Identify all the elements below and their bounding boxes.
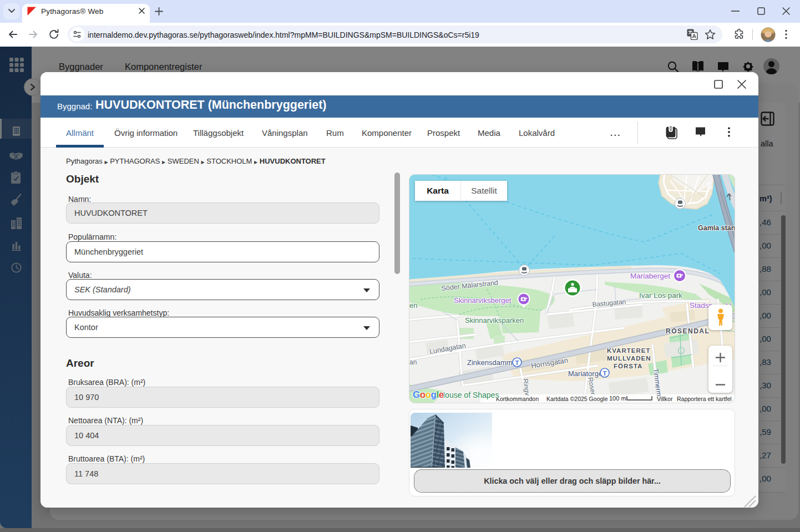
svg-text:Gamla stan: Gamla stan <box>698 224 735 232</box>
svg-text:T: T <box>602 370 606 377</box>
svg-text:Skinnarviksberget: Skinnarviksberget <box>454 296 512 305</box>
svg-text:Kortkommandon: Kortkommandon <box>496 396 539 402</box>
svg-text:Mariaberget: Mariaberget <box>630 272 670 280</box>
svg-text:MULLVADEN: MULLVADEN <box>607 355 651 362</box>
svg-text:100 m: 100 m <box>609 395 626 402</box>
svg-text:T: T <box>515 359 519 366</box>
svg-text:en: en <box>409 301 417 310</box>
svg-text:Rapportera ett kartfel: Rapportera ett kartfel <box>677 396 732 402</box>
svg-text:an: an <box>409 358 417 366</box>
svg-text:Zinkensdamm: Zinkensdamm <box>467 358 513 367</box>
svg-text:FÖRSTA: FÖRSTA <box>614 363 642 369</box>
svg-text:Villkor: Villkor <box>657 396 673 402</box>
svg-text:Kartdata ©2025 Google: Kartdata ©2025 Google <box>546 396 608 402</box>
svg-text:Ivar Los park: Ivar Los park <box>639 291 682 300</box>
svg-text:House of Shapes: House of Shapes <box>439 391 499 399</box>
svg-text:KVARTERET: KVARTERET <box>607 347 650 354</box>
svg-text:Mariatorget: Mariatorget <box>568 369 605 378</box>
svg-text:ROSENDAL: ROSENDAL <box>666 327 710 335</box>
svg-text:Skinnarviksparken: Skinnarviksparken <box>465 316 524 325</box>
